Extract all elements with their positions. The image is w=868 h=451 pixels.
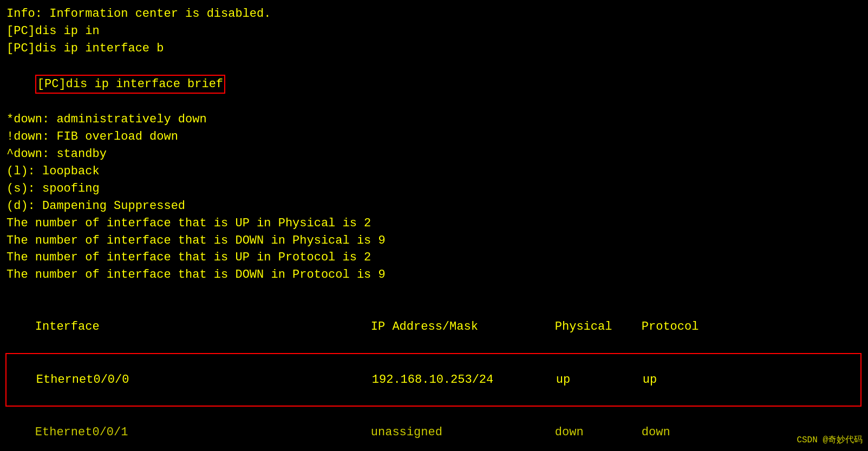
table-header: InterfaceIP Address/MaskPhysicalProtocol	[6, 301, 862, 353]
line-up-protocol: The number of interface that is UP in Pr…	[6, 249, 862, 266]
line-blank	[6, 284, 862, 301]
cell-physical-eth001: down	[555, 424, 642, 441]
cell-ip-eth001: unassigned	[371, 424, 555, 441]
col-header-interface: Interface	[35, 318, 371, 336]
line-down-protocol: The number of interface that is DOWN in …	[6, 266, 862, 284]
highlight-box-brief: [PC]dis ip interface brief	[35, 75, 225, 94]
terminal: Info: Information center is disabled. [P…	[0, 0, 868, 451]
cell-interface-eth001: Ethernet0/0/1	[35, 424, 371, 441]
cell-ip-eth000: 192.168.10.253/24	[372, 371, 556, 389]
line-dampening: (d): Dampening Suppressed	[6, 198, 862, 215]
line-adown: *down: administratively down	[6, 111, 862, 128]
line-down-physical: The number of interface that is DOWN in …	[6, 232, 862, 250]
col-header-ip: IP Address/Mask	[371, 318, 555, 336]
line-dis-ip-interface-brief: [PC]dis ip interface brief	[6, 57, 862, 112]
cell-interface-eth000: Ethernet0/0/0	[36, 371, 372, 389]
line-spoofing: (s): spoofing	[6, 180, 862, 198]
col-header-protocol: Protocol	[642, 318, 699, 336]
table-row-ethernet001: Ethernet0/0/1unassigneddowndown	[6, 407, 862, 451]
line-info: Info: Information center is disabled.	[6, 5, 862, 23]
col-header-physical: Physical	[555, 318, 642, 336]
line-dis-ip-interface-b: [PC]dis ip interface b	[6, 40, 862, 57]
line-up-physical: The number of interface that is UP in Ph…	[6, 215, 862, 232]
line-dis-ip-in: [PC]dis ip in	[6, 23, 862, 40]
cell-physical-eth000: up	[556, 371, 643, 389]
line-standby: ^down: standby	[6, 146, 862, 163]
cell-protocol-eth000: up	[643, 371, 657, 389]
line-loopback: (l): loopback	[6, 163, 862, 180]
watermark: CSDN @奇妙代码	[797, 434, 863, 446]
line-fibdown: !down: FIB overload down	[6, 128, 862, 146]
table-row-ethernet000: Ethernet0/0/0192.168.10.253/24upup	[5, 353, 862, 407]
cell-protocol-eth001: down	[642, 424, 670, 441]
